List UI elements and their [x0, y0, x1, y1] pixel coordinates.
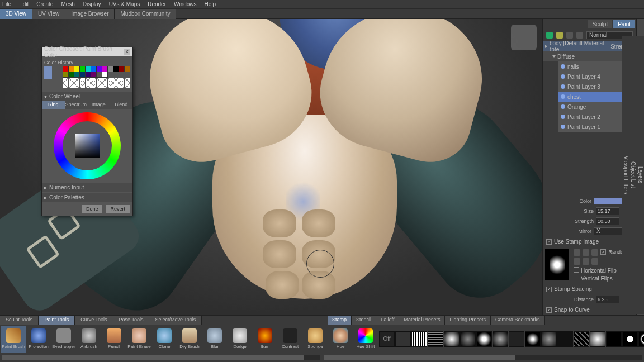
empty-swatch[interactable] — [113, 83, 119, 89]
stamp-thumb[interactable] — [606, 331, 622, 347]
menu-help[interactable]: Help — [205, 1, 216, 7]
preset-tab-falloff[interactable]: Falloff — [376, 316, 399, 325]
vflip-checkbox[interactable] — [574, 275, 579, 280]
tab-image-browser[interactable]: Image Browser — [65, 9, 115, 19]
menu-render[interactable]: Render — [148, 1, 166, 7]
stamp-opt-icon[interactable] — [574, 258, 580, 265]
tool-contrast[interactable]: Contrast — [278, 326, 302, 353]
empty-swatch[interactable] — [108, 78, 113, 83]
wheel-tab-spectrum[interactable]: Spectrum — [65, 101, 88, 109]
delete-layer-icon[interactable] — [556, 32, 563, 39]
stamp-thumb[interactable] — [557, 331, 573, 347]
palette-swatch[interactable] — [80, 72, 86, 78]
revert-button[interactable]: Revert — [105, 204, 130, 213]
wheel-tab-ring[interactable]: Ring — [42, 101, 65, 109]
strength-input[interactable] — [596, 217, 619, 225]
empty-swatch[interactable] — [91, 83, 97, 89]
empty-swatch[interactable] — [80, 78, 86, 83]
done-button[interactable]: Done — [81, 204, 103, 213]
tool-dry-brush[interactable]: Dry Brush — [177, 326, 202, 353]
stamp-opt-icon[interactable] — [591, 258, 598, 265]
palette-swatch[interactable] — [74, 66, 80, 72]
stamp-preview[interactable] — [545, 249, 569, 280]
preset-tab-lighting[interactable]: Lighting Presets — [445, 316, 491, 325]
stamp-nav-icon[interactable] — [591, 249, 598, 256]
palette-swatch[interactable] — [86, 66, 91, 72]
numeric-header[interactable]: ▸Numeric Input — [42, 183, 132, 192]
snap-checkbox[interactable] — [546, 307, 552, 313]
tool-burn[interactable]: Burn — [253, 326, 277, 353]
eyedropper-icon[interactable] — [55, 69, 60, 75]
mode-tab-paint[interactable]: Paint — [613, 20, 635, 28]
empty-swatch[interactable] — [63, 83, 69, 89]
tab-sculpt-tools[interactable]: Sculpt Tools — [0, 316, 39, 325]
empty-swatch[interactable] — [91, 78, 97, 83]
tool-hue[interactable]: Hue — [328, 326, 353, 353]
tool-clone[interactable]: Clone — [152, 326, 177, 353]
visibility-icon[interactable] — [561, 115, 565, 119]
palette-swatch[interactable] — [125, 66, 130, 72]
size-input[interactable] — [596, 207, 619, 215]
empty-swatch[interactable] — [97, 78, 102, 83]
wheel-tab-image[interactable]: Image — [87, 101, 110, 109]
tab-paint-tools[interactable]: Paint Tools — [39, 316, 75, 325]
empty-swatch[interactable] — [69, 78, 74, 83]
stamp-nav-icon[interactable] — [574, 249, 580, 256]
palette-swatch[interactable] — [119, 66, 125, 72]
empty-swatch[interactable] — [108, 83, 113, 89]
wheel-section-header[interactable]: ▾Color Wheel — [42, 92, 132, 101]
side-tab-filters[interactable]: Viewport Filters — [622, 36, 629, 314]
palette-swatch[interactable] — [80, 66, 86, 72]
menu-create[interactable]: Create — [36, 1, 53, 7]
visibility-icon[interactable] — [561, 84, 565, 89]
preset-tab-stencil[interactable]: Stencil — [352, 316, 376, 325]
menu-uvs[interactable]: UVs & Maps — [109, 1, 140, 7]
tool-projection[interactable]: Projection — [26, 326, 51, 353]
visibility-icon[interactable] — [561, 74, 565, 79]
preset-tab-material[interactable]: Material Presets — [399, 316, 445, 325]
empty-swatch[interactable] — [74, 83, 80, 89]
tool-pencil[interactable]: Pencil — [102, 326, 126, 353]
palette-swatch[interactable] — [86, 72, 91, 78]
mode-tab-sculpt[interactable]: Sculpt — [588, 20, 612, 28]
palette-swatch[interactable] — [69, 72, 74, 78]
tool-sponge[interactable]: Sponge — [303, 326, 328, 353]
empty-swatch[interactable] — [74, 78, 80, 83]
export-layer-icon[interactable] — [576, 32, 583, 39]
tool-paint-erase[interactable]: Paint Erase — [127, 326, 151, 353]
empty-swatch[interactable] — [102, 83, 108, 89]
palette-swatch[interactable] — [102, 66, 108, 72]
side-tab-layers[interactable]: Layers — [637, 36, 644, 314]
menu-windows[interactable]: Windows — [174, 1, 197, 7]
menu-display[interactable]: Display — [83, 1, 101, 7]
stamp-thumb[interactable] — [493, 331, 508, 347]
stamp-thumb[interactable] — [574, 331, 589, 347]
tab-curve-tools[interactable]: Curve Tools — [75, 316, 113, 325]
empty-swatch[interactable] — [69, 83, 74, 89]
color-square[interactable] — [75, 134, 100, 158]
tool-paint-brush[interactable]: Paint Brush — [1, 326, 26, 353]
stamp-opt-icon[interactable] — [583, 258, 589, 265]
empty-swatch[interactable] — [125, 83, 130, 89]
palette-swatch[interactable] — [97, 66, 102, 72]
palettes-header[interactable]: ▸Color Palettes — [42, 193, 132, 202]
menu-file[interactable]: File — [2, 1, 11, 7]
empty-swatch[interactable] — [63, 78, 69, 83]
stamp-thumb[interactable] — [638, 331, 644, 347]
empty-swatch[interactable] — [86, 78, 91, 83]
stamp-thumb[interactable] — [525, 331, 541, 347]
tool-eyedropper[interactable]: Eyedropper — [51, 326, 76, 353]
distance-input[interactable] — [596, 296, 619, 303]
tool-blur[interactable]: Blur — [202, 326, 227, 353]
color-wheel[interactable] — [54, 112, 121, 179]
stamp-thumb[interactable] — [444, 331, 460, 347]
menu-edit[interactable]: Edit — [19, 1, 29, 7]
empty-swatch[interactable] — [113, 78, 119, 83]
palette-swatch[interactable] — [102, 72, 108, 78]
merge-layer-icon[interactable] — [566, 32, 573, 39]
tab-community[interactable]: Mudbox Community — [115, 9, 176, 19]
tool-scrollbar[interactable] — [2, 355, 320, 360]
stamp-thumb[interactable] — [395, 331, 411, 347]
tool-dodge[interactable]: Dodge — [228, 326, 252, 353]
stamp-nav-icon[interactable] — [583, 249, 589, 256]
